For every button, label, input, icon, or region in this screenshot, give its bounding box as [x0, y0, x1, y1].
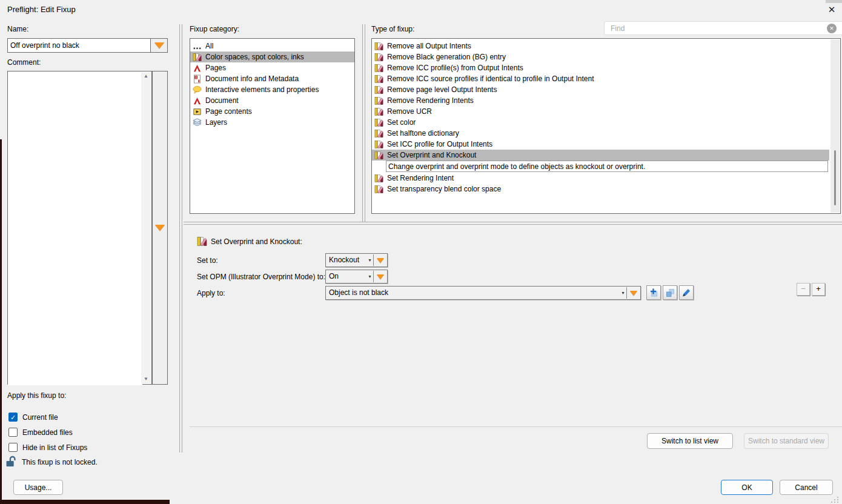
comment-scrollbar[interactable]: ▲ ▼ — [141, 72, 151, 383]
apply-to-label: Apply to: — [197, 289, 225, 297]
fixup-label: Remove ICC source profiles if identical … — [387, 75, 594, 83]
checkbox[interactable] — [8, 428, 18, 437]
scroll-up-icon[interactable]: ▲ — [141, 72, 151, 81]
checkbox-row[interactable]: Embedded files — [8, 427, 73, 437]
fixup-label: Remove UCR — [387, 107, 432, 116]
fixup-list-item[interactable]: Remove ICC profile(s) from Output Intent… — [372, 62, 829, 73]
fixup-label: Set halftone dictionary — [387, 129, 459, 138]
fixup-label: Set Overprint and Knockout — [387, 151, 476, 159]
category-list-item[interactable]: Pages — [190, 62, 354, 73]
find-input[interactable] — [604, 21, 842, 35]
set-to-combo[interactable]: Knockout ▾ — [325, 253, 388, 267]
fixup-icon — [374, 185, 383, 194]
name-dropdown-button[interactable] — [150, 39, 167, 52]
fixup-list-scrollbar[interactable] — [830, 39, 840, 213]
cancel-button[interactable]: Cancel — [780, 480, 833, 495]
edit-check-button[interactable] — [679, 285, 694, 300]
fixup-icon — [374, 53, 383, 62]
background-window-sliver-left — [0, 139, 2, 504]
orange-triangle-icon — [155, 225, 165, 231]
fixup-icon — [374, 85, 383, 94]
orange-triangle-icon — [377, 274, 384, 279]
category-list-item[interactable]: Interactive elements and properties — [190, 84, 354, 95]
checkbox-row[interactable]: Hide in list of Fixups — [8, 442, 87, 453]
category-icon — [193, 85, 202, 94]
background-window-sliver-top — [826, 0, 842, 3]
category-list-item[interactable]: Page contents — [190, 106, 354, 117]
category-label: All — [205, 42, 213, 50]
category-list-item[interactable]: Document info and Metadata — [190, 73, 354, 84]
type-of-fixup-label: Type of fixup: — [371, 25, 414, 33]
fixup-list-item[interactable]: Remove Rendering Intents — [372, 95, 829, 106]
resize-grip-icon[interactable] — [831, 497, 840, 503]
switch-to-list-view-button[interactable]: Switch to list view — [647, 433, 733, 449]
switch-to-standard-view-button: Switch to standard view — [744, 433, 829, 449]
checkbox[interactable]: ✓ — [8, 413, 18, 422]
comment-input[interactable] — [8, 71, 142, 385]
fixup-list-item[interactable]: Remove Black generation (BG) entry — [372, 51, 829, 62]
apply-to-combo[interactable]: Object is not black ▾ — [325, 286, 641, 300]
edit-icon — [681, 288, 691, 297]
set-to-value: Knockout — [326, 254, 366, 267]
apply-fixup-to-label: Apply this fixup to: — [7, 391, 66, 400]
add-row-button[interactable]: + — [812, 283, 825, 296]
fixup-category-list: All Color spaces, spot colors, inks Page… — [190, 38, 355, 214]
apply-to-value: Object is not black — [326, 287, 620, 299]
fixup-list-item[interactable]: Remove all Output Intents — [372, 41, 829, 51]
opm-value: On — [326, 270, 366, 283]
category-label: Interactive elements and properties — [205, 85, 319, 94]
orange-triangle-icon — [630, 291, 637, 296]
orange-triangle-icon — [377, 258, 384, 263]
add-check-button[interactable] — [646, 285, 661, 300]
fixup-list-item[interactable]: Remove page level Output Intents — [372, 84, 829, 95]
checkbox-row[interactable]: ✓ Current file — [8, 412, 58, 422]
fixup-icon — [374, 96, 383, 105]
fixup-list-item[interactable]: Set ICC profile for Output Intents — [372, 139, 829, 150]
lock-status-text: This fixup is not locked. — [22, 458, 98, 466]
find-clear-icon[interactable]: ✕ — [827, 24, 837, 33]
opm-combo[interactable]: On ▾ — [325, 270, 388, 284]
category-list-item[interactable]: Layers — [190, 117, 354, 128]
comment-box: ▲ ▼ — [7, 71, 152, 385]
close-icon[interactable]: ✕ — [825, 3, 838, 16]
category-list-item[interactable]: All — [190, 41, 354, 51]
scrollbar-thumb[interactable] — [834, 150, 836, 205]
add-icon — [649, 288, 658, 297]
fixup-list-item[interactable]: Set transparency blend color space — [372, 184, 829, 194]
divider-horizontal-main — [184, 222, 842, 225]
ok-button[interactable]: OK — [721, 480, 773, 495]
fixup-list-item[interactable]: Set color — [372, 117, 829, 128]
apply-to-dropdown-button[interactable] — [627, 287, 640, 299]
fixup-icon — [374, 107, 383, 116]
comment-label: Comment: — [7, 58, 41, 67]
fixup-list-item[interactable]: Remove ICC source profiles if identical … — [372, 73, 829, 84]
duplicate-check-button[interactable] — [663, 285, 677, 300]
category-list-item[interactable]: Document — [190, 95, 354, 106]
remove-row-button[interactable]: − — [797, 283, 810, 296]
checkbox-label: Hide in list of Fixups — [22, 443, 87, 452]
opm-dropdown-button[interactable] — [374, 270, 387, 283]
fixup-label: Remove Black generation (BG) entry — [387, 53, 506, 61]
scroll-down-icon[interactable]: ▼ — [141, 375, 151, 383]
caret-down-icon: ▾ — [620, 287, 626, 299]
checkbox-label: Embedded files — [22, 428, 73, 437]
set-to-dropdown-button[interactable] — [374, 254, 387, 267]
fixup-label: Set transparency blend color space — [387, 185, 501, 193]
name-input[interactable] — [8, 39, 150, 52]
fixup-icon — [374, 75, 383, 84]
fixup-list-item[interactable]: Set Rendering Intent — [372, 173, 829, 184]
category-icon — [193, 118, 202, 127]
category-icon — [193, 53, 202, 62]
category-list-item[interactable]: Color spaces, spot colors, inks — [190, 51, 354, 62]
name-label: Name: — [7, 25, 28, 33]
fixup-label: Set color — [387, 118, 416, 127]
checkbox[interactable] — [8, 443, 18, 452]
caret-down-icon: ▾ — [366, 254, 373, 267]
comment-dropdown-button[interactable] — [152, 71, 168, 385]
fixup-list-item[interactable]: Set Overprint and Knockout — [372, 150, 829, 161]
fixup-icon — [374, 118, 383, 127]
usage-button[interactable]: Usage... — [13, 480, 63, 495]
fixup-list-item[interactable]: Remove UCR — [372, 106, 829, 117]
name-combo — [7, 38, 168, 53]
fixup-list-item[interactable]: Set halftone dictionary — [372, 128, 829, 139]
